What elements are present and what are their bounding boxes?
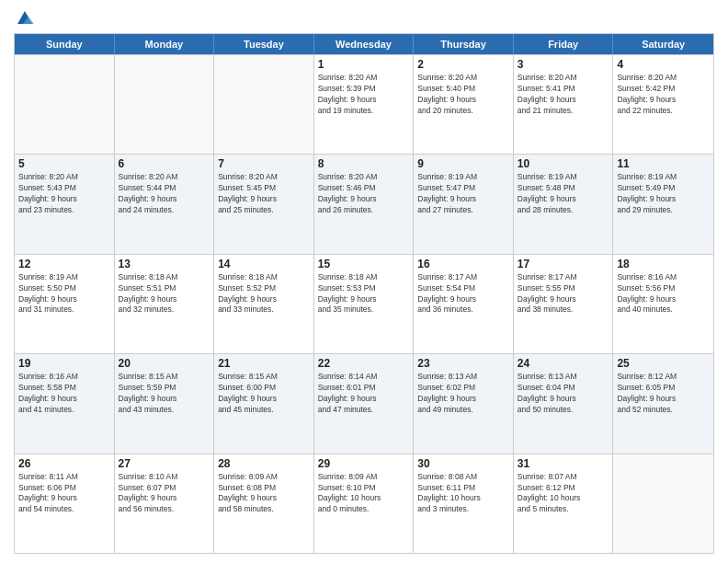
day-info: Sunrise: 8:17 AM Sunset: 5:55 PM Dayligh…	[518, 272, 609, 316]
day-info: Sunrise: 8:15 AM Sunset: 6:00 PM Dayligh…	[218, 372, 310, 416]
cal-cell-w5-d5: 30Sunrise: 8:08 AM Sunset: 6:11 PM Dayli…	[414, 454, 514, 553]
day-number: 19	[18, 357, 110, 370]
day-info: Sunrise: 8:20 AM Sunset: 5:40 PM Dayligh…	[417, 73, 509, 117]
day-number: 2	[417, 58, 509, 71]
header-sunday: Sunday	[15, 34, 115, 54]
cal-cell-w3-d3: 14Sunrise: 8:18 AM Sunset: 5:52 PM Dayli…	[214, 255, 314, 353]
day-info: Sunrise: 8:16 AM Sunset: 5:56 PM Dayligh…	[617, 272, 710, 316]
day-info: Sunrise: 8:20 AM Sunset: 5:39 PM Dayligh…	[318, 73, 410, 117]
cal-cell-w3-d1: 12Sunrise: 8:19 AM Sunset: 5:50 PM Dayli…	[15, 255, 115, 353]
day-number: 29	[318, 457, 410, 470]
day-info: Sunrise: 8:19 AM Sunset: 5:49 PM Dayligh…	[617, 172, 710, 216]
cal-cell-w1-d4: 1Sunrise: 8:20 AM Sunset: 5:39 PM Daylig…	[314, 55, 415, 154]
cal-cell-w5-d2: 27Sunrise: 8:10 AM Sunset: 6:07 PM Dayli…	[115, 454, 215, 553]
day-number: 28	[218, 457, 310, 470]
cal-cell-w1-d6: 3Sunrise: 8:20 AM Sunset: 5:41 PM Daylig…	[514, 55, 614, 154]
week-row-2: 5Sunrise: 8:20 AM Sunset: 5:43 PM Daylig…	[15, 154, 713, 253]
header-thursday: Thursday	[414, 34, 514, 54]
day-info: Sunrise: 8:20 AM Sunset: 5:41 PM Dayligh…	[518, 73, 609, 117]
day-number: 23	[417, 357, 509, 370]
week-row-5: 26Sunrise: 8:11 AM Sunset: 6:06 PM Dayli…	[15, 454, 713, 553]
header	[14, 9, 714, 28]
cal-cell-w2-d3: 7Sunrise: 8:20 AM Sunset: 5:45 PM Daylig…	[214, 155, 314, 253]
day-number: 24	[518, 357, 609, 370]
day-number: 6	[119, 157, 210, 170]
day-info: Sunrise: 8:11 AM Sunset: 6:06 PM Dayligh…	[18, 472, 110, 516]
day-number: 12	[18, 258, 110, 270]
cal-cell-w5-d6: 31Sunrise: 8:07 AM Sunset: 6:12 PM Dayli…	[514, 454, 614, 553]
page: Sunday Monday Tuesday Wednesday Thursday…	[0, 0, 728, 563]
day-number: 14	[218, 258, 310, 270]
day-number: 13	[119, 258, 210, 270]
week-row-4: 19Sunrise: 8:16 AM Sunset: 5:58 PM Dayli…	[15, 353, 713, 453]
day-number: 25	[617, 357, 710, 370]
day-info: Sunrise: 8:09 AM Sunset: 6:10 PM Dayligh…	[318, 472, 410, 516]
day-number: 18	[617, 258, 710, 270]
day-number: 5	[18, 157, 110, 170]
day-info: Sunrise: 8:20 AM Sunset: 5:44 PM Dayligh…	[119, 172, 210, 216]
week-row-1: 1Sunrise: 8:20 AM Sunset: 5:39 PM Daylig…	[15, 54, 713, 154]
day-info: Sunrise: 8:13 AM Sunset: 6:02 PM Dayligh…	[417, 372, 509, 416]
day-number: 20	[119, 357, 210, 370]
cal-cell-w3-d4: 15Sunrise: 8:18 AM Sunset: 5:53 PM Dayli…	[314, 255, 415, 353]
cal-cell-w4-d7: 25Sunrise: 8:12 AM Sunset: 6:05 PM Dayli…	[613, 354, 713, 453]
cal-cell-w4-d5: 23Sunrise: 8:13 AM Sunset: 6:02 PM Dayli…	[414, 354, 514, 453]
header-saturday: Saturday	[613, 34, 713, 54]
header-friday: Friday	[514, 34, 614, 54]
cal-cell-w2-d7: 11Sunrise: 8:19 AM Sunset: 5:49 PM Dayli…	[613, 155, 713, 253]
cal-cell-w5-d7	[613, 454, 713, 553]
day-number: 27	[119, 457, 210, 470]
cal-cell-w5-d4: 29Sunrise: 8:09 AM Sunset: 6:10 PM Dayli…	[314, 454, 415, 553]
calendar: Sunday Monday Tuesday Wednesday Thursday…	[14, 33, 714, 554]
day-info: Sunrise: 8:10 AM Sunset: 6:07 PM Dayligh…	[119, 472, 210, 516]
calendar-header: Sunday Monday Tuesday Wednesday Thursday…	[15, 34, 713, 54]
day-info: Sunrise: 8:15 AM Sunset: 5:59 PM Dayligh…	[119, 372, 210, 416]
day-info: Sunrise: 8:09 AM Sunset: 6:08 PM Dayligh…	[218, 472, 310, 516]
cal-cell-w2-d1: 5Sunrise: 8:20 AM Sunset: 5:43 PM Daylig…	[15, 155, 115, 253]
day-info: Sunrise: 8:20 AM Sunset: 5:43 PM Dayligh…	[18, 172, 110, 216]
week-row-3: 12Sunrise: 8:19 AM Sunset: 5:50 PM Dayli…	[15, 254, 713, 353]
day-number: 10	[518, 157, 609, 170]
cal-cell-w1-d5: 2Sunrise: 8:20 AM Sunset: 5:40 PM Daylig…	[414, 55, 514, 154]
day-info: Sunrise: 8:17 AM Sunset: 5:54 PM Dayligh…	[417, 272, 509, 316]
cal-cell-w3-d2: 13Sunrise: 8:18 AM Sunset: 5:51 PM Dayli…	[115, 255, 215, 353]
cal-cell-w4-d2: 20Sunrise: 8:15 AM Sunset: 5:59 PM Dayli…	[115, 354, 215, 453]
cal-cell-w4-d3: 21Sunrise: 8:15 AM Sunset: 6:00 PM Dayli…	[214, 354, 314, 453]
day-info: Sunrise: 8:18 AM Sunset: 5:53 PM Dayligh…	[318, 272, 410, 316]
day-number: 31	[518, 457, 609, 470]
header-monday: Monday	[115, 34, 215, 54]
day-number: 1	[318, 58, 410, 71]
day-info: Sunrise: 8:08 AM Sunset: 6:11 PM Dayligh…	[417, 472, 509, 516]
day-info: Sunrise: 8:14 AM Sunset: 6:01 PM Dayligh…	[318, 372, 410, 416]
day-info: Sunrise: 8:07 AM Sunset: 6:12 PM Dayligh…	[518, 472, 609, 516]
cal-cell-w1-d7: 4Sunrise: 8:20 AM Sunset: 5:42 PM Daylig…	[613, 55, 713, 154]
cal-cell-w1-d1	[15, 55, 115, 154]
day-info: Sunrise: 8:12 AM Sunset: 6:05 PM Dayligh…	[617, 372, 710, 416]
day-number: 15	[318, 258, 410, 270]
day-number: 17	[518, 258, 609, 270]
day-number: 21	[218, 357, 310, 370]
cal-cell-w3-d5: 16Sunrise: 8:17 AM Sunset: 5:54 PM Dayli…	[414, 255, 514, 353]
day-number: 8	[318, 157, 410, 170]
day-info: Sunrise: 8:20 AM Sunset: 5:45 PM Dayligh…	[218, 172, 310, 216]
day-info: Sunrise: 8:19 AM Sunset: 5:48 PM Dayligh…	[518, 172, 609, 216]
day-number: 4	[617, 58, 710, 71]
day-number: 30	[417, 457, 509, 470]
cal-cell-w2-d4: 8Sunrise: 8:20 AM Sunset: 5:46 PM Daylig…	[314, 155, 415, 253]
day-number: 3	[518, 58, 609, 71]
day-number: 22	[318, 357, 410, 370]
day-info: Sunrise: 8:18 AM Sunset: 5:51 PM Dayligh…	[119, 272, 210, 316]
cal-cell-w3-d6: 17Sunrise: 8:17 AM Sunset: 5:55 PM Dayli…	[514, 255, 614, 353]
header-wednesday: Wednesday	[314, 34, 415, 54]
cal-cell-w5-d1: 26Sunrise: 8:11 AM Sunset: 6:06 PM Dayli…	[15, 454, 115, 553]
cal-cell-w3-d7: 18Sunrise: 8:16 AM Sunset: 5:56 PM Dayli…	[613, 255, 713, 353]
day-info: Sunrise: 8:13 AM Sunset: 6:04 PM Dayligh…	[518, 372, 609, 416]
day-info: Sunrise: 8:20 AM Sunset: 5:42 PM Dayligh…	[617, 73, 710, 117]
day-number: 16	[417, 258, 509, 270]
cal-cell-w2-d5: 9Sunrise: 8:19 AM Sunset: 5:47 PM Daylig…	[414, 155, 514, 253]
cal-cell-w2-d6: 10Sunrise: 8:19 AM Sunset: 5:48 PM Dayli…	[514, 155, 614, 253]
day-info: Sunrise: 8:19 AM Sunset: 5:50 PM Dayligh…	[18, 272, 110, 316]
cal-cell-w4-d4: 22Sunrise: 8:14 AM Sunset: 6:01 PM Dayli…	[314, 354, 415, 453]
day-number: 7	[218, 157, 310, 170]
calendar-body: 1Sunrise: 8:20 AM Sunset: 5:39 PM Daylig…	[15, 54, 713, 553]
